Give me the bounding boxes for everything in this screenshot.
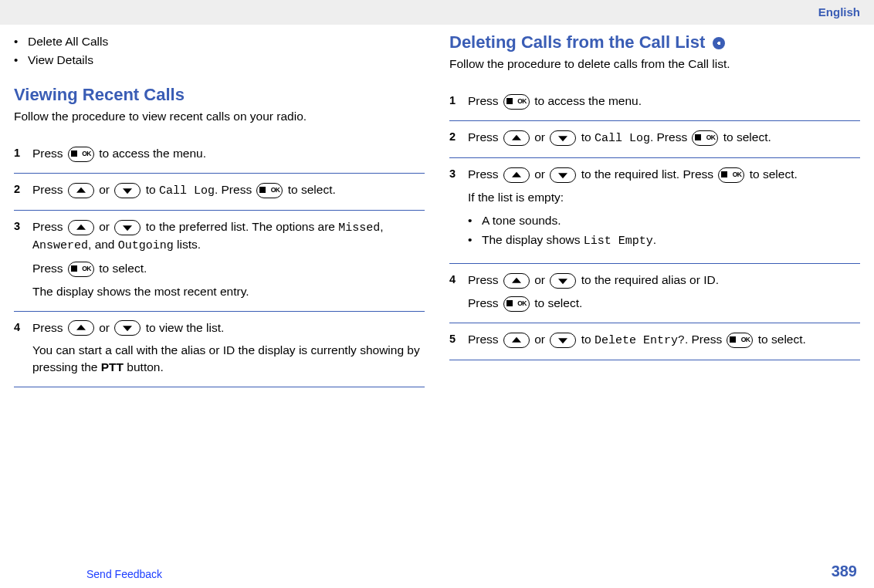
down-button-icon	[550, 333, 576, 348]
ok-button-icon	[503, 296, 530, 312]
ptt-label: PTT	[101, 360, 124, 373]
step-text: Press	[468, 130, 502, 144]
step-text: Press	[32, 220, 66, 233]
up-button-icon	[68, 220, 94, 235]
left-column: Delete All Calls View Details Viewing Re…	[14, 32, 425, 387]
ok-button-icon	[718, 167, 744, 183]
step-text: to access the menu.	[531, 94, 642, 107]
step-text: Press	[468, 94, 502, 107]
step-text: .	[653, 233, 656, 246]
down-button-icon	[114, 183, 141, 198]
mono-text: Call Log	[159, 184, 215, 198]
up-button-icon	[503, 333, 530, 348]
send-feedback-link[interactable]: Send Feedback	[86, 568, 162, 580]
mono-text: Call Log	[595, 132, 650, 145]
step-body: Press or to the required alias or ID. Pr…	[468, 272, 860, 312]
mono-text: Missed	[338, 221, 380, 235]
step-number: 4	[14, 319, 32, 333]
ok-button-icon	[727, 333, 753, 348]
step-text: to select.	[720, 130, 771, 144]
section-heading-deleting: Deleting Calls from the Call List	[449, 32, 860, 52]
bullet-item: Delete All Calls	[14, 32, 425, 51]
step-text: to access the menu.	[96, 147, 206, 160]
ok-button-icon	[68, 147, 94, 162]
step-text: to view the list.	[142, 321, 224, 334]
right-column: Deleting Calls from the Call List Follow…	[449, 32, 860, 387]
up-button-icon	[503, 273, 530, 289]
step-number: 2	[449, 129, 468, 143]
ok-button-icon	[68, 262, 94, 277]
step-text: Press	[468, 296, 502, 309]
sub-bullet-item: A tone sounds.	[468, 212, 860, 229]
step-body: Press or to the required list. Press to …	[468, 166, 860, 252]
step-text: or	[531, 333, 548, 346]
ok-button-icon	[692, 130, 718, 146]
step-number: 4	[449, 272, 468, 286]
step-text: to	[142, 183, 159, 196]
mono-text: Outgoing	[118, 239, 174, 252]
top-bullet-list: Delete All Calls View Details	[14, 32, 425, 69]
step-text: to select.	[96, 262, 147, 275]
step-number: 5	[449, 331, 468, 345]
step-text: Press	[468, 273, 502, 286]
step-number: 2	[14, 181, 32, 195]
ok-button-icon	[503, 94, 530, 110]
down-button-icon	[550, 167, 576, 183]
step-text: Press	[468, 167, 502, 181]
down-button-icon	[550, 130, 576, 146]
page-number: 389	[832, 563, 857, 580]
step-text: or	[96, 183, 113, 196]
step-row: 3 Press or to the preferred list. The op…	[14, 211, 425, 312]
heading-text: Deleting Calls from the Call List	[449, 32, 705, 52]
step-text: Press	[468, 333, 502, 346]
footer: Send Feedback 389	[0, 563, 874, 580]
step-text: or	[531, 130, 548, 144]
section-heading-viewing: Viewing Recent Calls	[14, 85, 425, 105]
up-button-icon	[503, 130, 530, 146]
step-row: 2 Press or to Call Log. Press to select.	[449, 121, 860, 158]
step-text: . Press	[215, 183, 256, 196]
step-row: 2 Press or to Call Log. Press to select.	[14, 174, 425, 211]
step-body: Press to access the menu.	[468, 93, 860, 110]
step-text: You can start a call with the alias or I…	[32, 343, 420, 373]
step-text: The display shows	[482, 233, 584, 246]
step-text: to the preferred list. The options are	[142, 220, 338, 233]
step-text: or	[531, 167, 548, 181]
step-body: Press or to view the list. You can start…	[32, 319, 425, 376]
step-text: to the required alias or ID.	[578, 273, 719, 286]
step-body: Press to access the menu.	[32, 145, 425, 162]
mono-text: Delete Entry?	[595, 334, 685, 347]
step-body: Press or to Call Log. Press to select.	[32, 181, 425, 199]
step-text: to	[578, 333, 595, 346]
bullet-item: View Details	[14, 51, 425, 69]
step-row: 4 Press or to view the list. You can sta…	[14, 312, 425, 387]
step-text: lists.	[174, 238, 201, 251]
step-text: to	[578, 130, 595, 144]
feature-icon	[713, 37, 725, 49]
step-text: Press	[32, 262, 66, 275]
step-number: 3	[449, 166, 468, 180]
up-button-icon	[68, 183, 94, 198]
mono-text: Answered	[32, 239, 88, 252]
mono-text: List Empty	[584, 235, 653, 248]
section-intro: Follow the procedure to view recent call…	[14, 110, 425, 123]
step-body: Press or to Call Log. Press to select.	[468, 129, 860, 147]
step-text: to select.	[531, 296, 582, 309]
step-row: 1 Press to access the menu.	[449, 85, 860, 121]
step-number: 1	[14, 145, 32, 159]
down-button-icon	[114, 320, 141, 336]
step-text: Press	[32, 147, 66, 160]
step-text: . Press	[685, 333, 726, 346]
step-number: 3	[14, 218, 32, 232]
step-body: Press or to the preferred list. The opti…	[32, 218, 425, 300]
step-text: The display shows the most recent entry.	[32, 283, 425, 300]
page-content: Delete All Calls View Details Viewing Re…	[0, 25, 874, 387]
ok-button-icon	[256, 183, 283, 198]
down-button-icon	[114, 220, 141, 235]
section-intro: Follow the procedure to delete calls fro…	[449, 57, 860, 71]
up-button-icon	[68, 320, 94, 336]
step-row: 4 Press or to the required alias or ID. …	[449, 264, 860, 323]
language-label: English	[818, 5, 860, 19]
step-text: to the required list. Press	[578, 167, 716, 181]
step-text: or	[96, 220, 113, 233]
